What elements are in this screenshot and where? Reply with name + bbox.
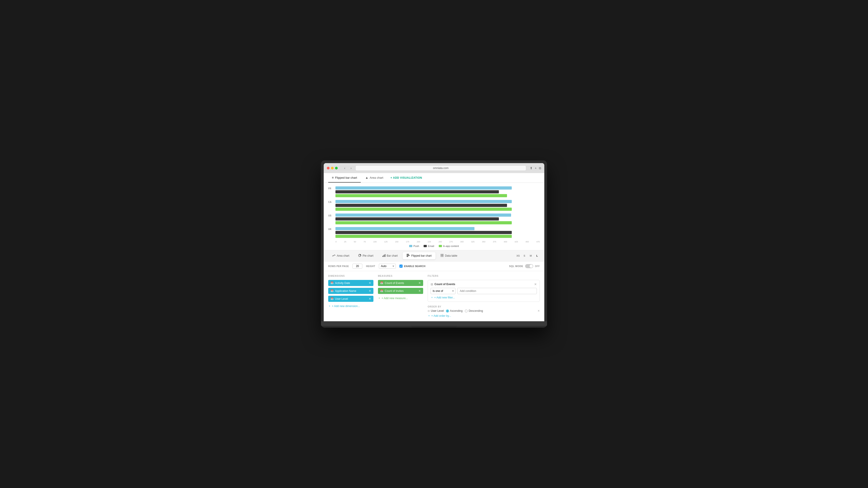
meas-remove-2[interactable]: ✕: [418, 289, 421, 293]
dim-remove-3[interactable]: ✕: [369, 297, 371, 300]
bar-label-us: US: [328, 215, 331, 217]
svg-rect-7: [440, 254, 443, 257]
filter-condition-input[interactable]: [457, 288, 537, 294]
dimension-user-level[interactable]: 📅 User Level ✕: [328, 296, 373, 302]
bar-fr-inapp: [336, 194, 507, 197]
filter-condition-select[interactable]: Is one of Is not one of Is greater than …: [431, 288, 456, 294]
enable-search-label[interactable]: ✓ ENABLE SEARCH: [399, 265, 426, 268]
add-dimension-label: + Add new dimension...: [332, 304, 360, 308]
chart-type-area-label: Area chart: [337, 254, 349, 257]
measure-count-events[interactable]: 📅 Count of Events ✕: [378, 280, 423, 286]
x-tick-300: 300: [460, 240, 464, 243]
measure-count-invites[interactable]: 📅 Count of Invites ✕: [378, 288, 423, 294]
bar-group-ca: CA: [336, 200, 540, 211]
dimension-activity-date[interactable]: 📅 Activity Date ✕: [328, 280, 373, 286]
close-button[interactable]: [327, 167, 330, 169]
back-button[interactable]: ‹: [342, 166, 347, 170]
dim-icon-3: 📅: [331, 297, 334, 300]
bar-ca-email: [336, 204, 507, 207]
add-filter-link[interactable]: ＋ + Add new filter...: [431, 295, 537, 299]
tab-area-chart[interactable]: ▲ Area chart: [362, 173, 387, 183]
add-dimension-link[interactable]: ＋ + Add new dimension...: [328, 304, 373, 308]
laptop-frame: ‹ › omniata.com ⬆ + ⧉ ≡ Flipped bar char…: [321, 160, 547, 328]
order-ascending[interactable]: Ascending: [446, 309, 463, 313]
sql-mode-value: OFF: [535, 265, 540, 267]
x-tick-25: 25: [344, 240, 346, 243]
browser-titlebar: ‹ › omniata.com ⬆ + ⧉: [324, 163, 544, 173]
x-tick-0: 0: [336, 240, 337, 243]
dim-remove-1[interactable]: ✕: [369, 281, 371, 285]
chart-type-area[interactable]: Area chart: [328, 252, 353, 259]
bars-wrapper: FR CA: [328, 186, 540, 240]
rows-per-page-input[interactable]: [352, 264, 362, 269]
bar-uk-email: [336, 231, 512, 234]
share-icon[interactable]: ⬆: [530, 166, 532, 170]
dim-remove-2[interactable]: ✕: [369, 289, 371, 293]
chart-type-data-table-label: Data table: [445, 254, 457, 257]
legend-inapp-dot: [439, 245, 442, 247]
chart-type-flipped-bar[interactable]: Flipped bar chart: [403, 252, 436, 259]
measures-section: MEASURES 📅 Count of Events ✕ 📅 Count of …: [378, 275, 423, 318]
chart-x-axis: 0 25 50 75 100 125 150 175 200 225 250 2…: [336, 240, 540, 243]
chart-type-data-table[interactable]: Data table: [436, 252, 461, 259]
svg-rect-1: [382, 256, 383, 257]
size-l[interactable]: L: [534, 253, 540, 258]
x-tick-400: 400: [504, 240, 507, 243]
add-order-link[interactable]: ＋ + Add order by...: [428, 314, 540, 318]
meas-pill-left-1: 📅 Count of Events: [380, 282, 404, 285]
size-s[interactable]: S: [522, 253, 527, 258]
bar-group-uk: UK: [336, 227, 540, 238]
dim-pill-left-2: 📅 Application Name: [331, 289, 356, 293]
add-dimension-plus: ＋: [328, 304, 331, 308]
sql-mode-toggle[interactable]: [525, 264, 533, 268]
tab-overview-icon[interactable]: ⧉: [539, 166, 541, 170]
forward-button[interactable]: ›: [348, 166, 353, 170]
meas-remove-1[interactable]: ✕: [418, 281, 421, 285]
traffic-lights: [327, 167, 338, 169]
filter-card-header: ⊟ Count of Events ✕: [431, 283, 537, 286]
chart-type-bar[interactable]: Bar chart: [378, 252, 402, 259]
browser-actions: ⬆ + ⧉: [530, 166, 541, 170]
svg-rect-2: [383, 255, 384, 257]
size-m[interactable]: M: [528, 253, 533, 258]
flipped-bar-icon: [407, 254, 410, 258]
enable-search-text: ENABLE SEARCH: [404, 265, 426, 267]
dimensions-section: DIMENSIONS 📅 Activity Date ✕ 📅 Applicati…: [328, 275, 373, 318]
browser-content: ≡ Flipped bar chart ▲ Area chart + ADD V…: [324, 173, 544, 321]
add-measure-label: + Add new measure...: [381, 297, 408, 300]
ascending-radio-dot[interactable]: [446, 310, 449, 313]
x-tick-50: 50: [354, 240, 356, 243]
dim-icon-2: 📅: [331, 289, 334, 292]
add-measure-link[interactable]: ＋ + Add new measure...: [378, 296, 423, 300]
browser-window: ‹ › omniata.com ⬆ + ⧉ ≡ Flipped bar char…: [324, 163, 544, 321]
new-tab-icon[interactable]: +: [535, 166, 537, 170]
tab-flipped-bar[interactable]: ≡ Flipped bar chart: [328, 173, 361, 183]
legend-email: Email: [424, 245, 434, 248]
enable-search-checkbox[interactable]: ✓: [399, 265, 403, 268]
size-xs[interactable]: XS: [515, 253, 521, 258]
order-descending[interactable]: Descending: [465, 309, 483, 313]
x-tick-450: 450: [526, 240, 529, 243]
order-remove[interactable]: ✕: [537, 309, 540, 313]
meas-icon-1: 📅: [380, 282, 383, 285]
chart-type-pie[interactable]: Pie chart: [354, 252, 377, 259]
svg-rect-3: [385, 254, 385, 257]
filter-card-close[interactable]: ✕: [534, 283, 537, 286]
descending-radio-dot[interactable]: [465, 310, 468, 313]
laptop-base: [321, 321, 547, 326]
filter-card-name: ⊟ Count of Events: [431, 283, 455, 286]
dimension-application-name[interactable]: 📅 Application Name ✕: [328, 288, 373, 294]
area-chart-icon: [332, 254, 336, 258]
add-measure-plus: ＋: [378, 296, 381, 300]
height-select[interactable]: Auto Small Medium Large: [379, 264, 396, 269]
address-bar[interactable]: omniata.com: [355, 165, 526, 171]
flipped-bar-tab-label: Flipped bar chart: [335, 176, 357, 180]
maximize-button[interactable]: [335, 167, 338, 169]
bar-fr-email: [336, 190, 499, 193]
minimize-button[interactable]: [331, 167, 334, 169]
add-visualization-button[interactable]: + ADD VISUALIZATION: [388, 173, 425, 182]
bar-group-us: US: [336, 214, 540, 224]
filter-card: ⊟ Count of Events ✕ Is one of Is not one…: [428, 280, 540, 302]
height-label: HEIGHT: [366, 265, 375, 267]
dim-label-1: Activity Date: [335, 282, 350, 285]
